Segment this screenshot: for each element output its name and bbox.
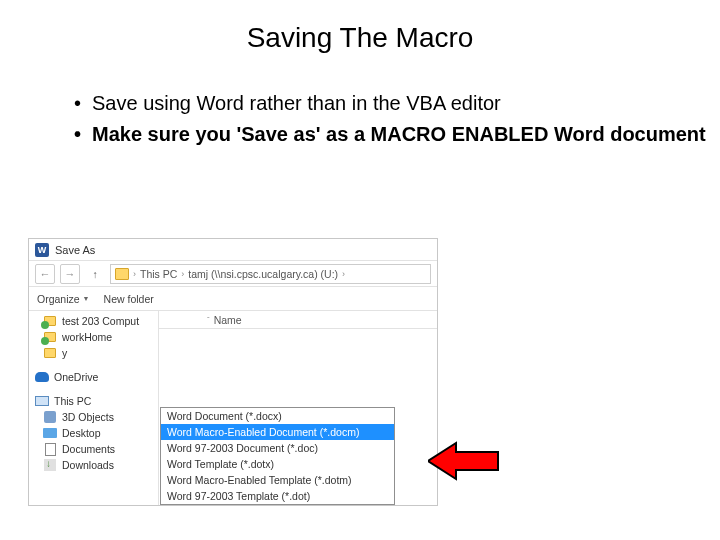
- toolbar: Organize▼ New folder: [29, 287, 437, 311]
- chevron-right-icon: ›: [133, 269, 136, 279]
- svg-marker-0: [428, 443, 498, 479]
- up-button[interactable]: ↑: [85, 264, 105, 284]
- pc-icon: [35, 396, 49, 406]
- document-icon: [45, 443, 56, 456]
- file-list-pane: ˆ Name Word Document (*.docx) Word Macro…: [159, 311, 437, 505]
- sidebar-item-thispc[interactable]: This PC: [29, 393, 158, 409]
- download-icon: [44, 459, 56, 471]
- chevron-right-icon: ›: [181, 269, 184, 279]
- chevron-down-icon: ▼: [83, 295, 90, 302]
- bullet-item: Save using Word rather than in the VBA e…: [74, 90, 720, 117]
- word-icon: W: [35, 243, 49, 257]
- back-button[interactable]: ←: [35, 264, 55, 284]
- filetype-option[interactable]: Word 97-2003 Document (*.doc): [161, 440, 394, 456]
- sidebar-item-onedrive[interactable]: OneDrive: [29, 369, 158, 385]
- filetype-option-selected[interactable]: Word Macro-Enabled Document (*.docm): [161, 424, 394, 440]
- column-header-name[interactable]: ˆ Name: [159, 311, 437, 329]
- organize-menu[interactable]: Organize▼: [37, 293, 90, 305]
- save-as-dialog: W Save As ← → ↑ › This PC › tamj (\\nsi.…: [28, 238, 438, 506]
- cube-icon: [44, 411, 56, 423]
- chevron-right-icon: ›: [342, 269, 345, 279]
- forward-button[interactable]: →: [60, 264, 80, 284]
- bullet-item: Make sure you 'Save as' as a MACRO ENABL…: [74, 121, 720, 148]
- sort-asc-icon: ˆ: [207, 315, 210, 324]
- sidebar-item-folder[interactable]: test 203 Comput: [29, 313, 158, 329]
- sidebar-item-folder[interactable]: workHome: [29, 329, 158, 345]
- sidebar-item-folder[interactable]: y: [29, 345, 158, 361]
- path-segment[interactable]: This PC: [140, 268, 177, 280]
- path-box[interactable]: › This PC › tamj (\\nsi.cpsc.ucalgary.ca…: [110, 264, 431, 284]
- callout-arrow-icon: [428, 441, 500, 481]
- slide-title: Saving The Macro: [0, 22, 720, 54]
- nav-sidebar: test 203 Comput workHome y OneDrive This…: [29, 311, 159, 505]
- filetype-option[interactable]: Word Macro-Enabled Template (*.dotm): [161, 472, 394, 488]
- sidebar-item-desktop[interactable]: Desktop: [29, 425, 158, 441]
- filetype-option[interactable]: Word Document (*.docx): [161, 408, 394, 424]
- desktop-icon: [43, 428, 57, 438]
- sync-icon: [41, 321, 49, 329]
- address-bar: ← → ↑ › This PC › tamj (\\nsi.cpsc.ucalg…: [29, 261, 437, 287]
- titlebar: W Save As: [29, 239, 437, 261]
- save-as-type-dropdown[interactable]: Word Document (*.docx) Word Macro-Enable…: [160, 407, 395, 505]
- path-segment[interactable]: tamj (\\nsi.cpsc.ucalgary.ca) (U:): [188, 268, 338, 280]
- sync-icon: [41, 337, 49, 345]
- window-title: Save As: [55, 244, 95, 256]
- sidebar-item-downloads[interactable]: Downloads: [29, 457, 158, 473]
- sidebar-item-3dobjects[interactable]: 3D Objects: [29, 409, 158, 425]
- filetype-option[interactable]: Word 97-2003 Template (*.dot): [161, 488, 394, 504]
- sidebar-item-documents[interactable]: Documents: [29, 441, 158, 457]
- folder-icon: [115, 268, 129, 280]
- filetype-option[interactable]: Word Template (*.dotx): [161, 456, 394, 472]
- cloud-icon: [35, 372, 49, 382]
- bullet-list: Save using Word rather than in the VBA e…: [34, 90, 720, 148]
- new-folder-button[interactable]: New folder: [104, 293, 154, 305]
